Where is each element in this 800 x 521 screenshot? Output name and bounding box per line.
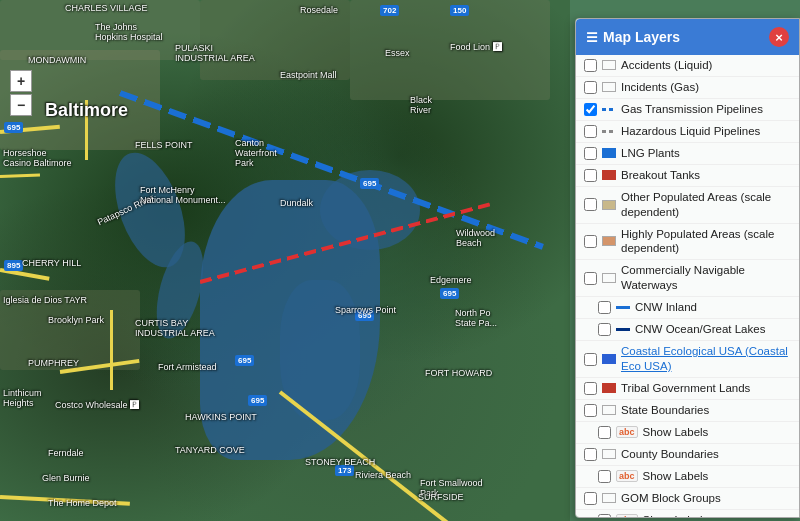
layer-item-accidents[interactable]: Accidents (Liquid) xyxy=(576,55,799,77)
state-labels-abc-icon: abc xyxy=(616,426,638,438)
highly-pop-label: Highly Populated Areas (scale dependent) xyxy=(621,227,791,257)
coastal-link[interactable]: Coastal Ecological USA (Coastal Eco USA) xyxy=(621,345,788,372)
layer-panel: ☰ Map Layers × Accidents (Liquid) Incide… xyxy=(575,18,800,518)
urban-central xyxy=(200,0,350,80)
highly-pop-swatch xyxy=(602,236,616,246)
gas-swatch xyxy=(602,108,616,111)
highway-badge-702: 702 xyxy=(380,5,399,16)
hazardous-swatch xyxy=(602,130,616,133)
layer-item-coastal[interactable]: Coastal Ecological USA (Coastal Eco USA) xyxy=(576,341,799,378)
coastal-label: Coastal Ecological USA (Coastal Eco USA) xyxy=(621,344,791,374)
gom-block-groups-labels-checkbox[interactable] xyxy=(598,514,611,518)
close-panel-button[interactable]: × xyxy=(769,27,789,47)
county-bounds-checkbox[interactable] xyxy=(584,448,597,461)
state-labels-checkbox[interactable] xyxy=(598,426,611,439)
state-bounds-swatch xyxy=(602,405,616,415)
layer-item-cnw-ocean[interactable]: CNW Ocean/Great Lakes xyxy=(576,319,799,341)
zoom-controls: + − xyxy=(10,70,32,116)
layer-item-state-bounds[interactable]: State Boundaries xyxy=(576,400,799,422)
highway-badge-173: 173 xyxy=(335,465,354,476)
road-seg3 xyxy=(110,310,113,390)
gom-block-groups-labels-abc-icon: abc xyxy=(616,514,638,518)
tribal-swatch xyxy=(602,383,616,393)
lng-checkbox[interactable] xyxy=(584,147,597,160)
gom-block-groups-label: GOM Block Groups xyxy=(621,491,791,506)
county-labels-checkbox[interactable] xyxy=(598,470,611,483)
county-bounds-swatch xyxy=(602,449,616,459)
highway-badge-695-3: 695 xyxy=(235,355,254,366)
nav-waterways-checkbox[interactable] xyxy=(584,272,597,285)
highway-badge-695-6: 695 xyxy=(440,288,459,299)
highway-badge-695-2: 695 xyxy=(355,310,374,321)
layer-item-gom-block-groups-labels[interactable]: abc Show Labels xyxy=(576,510,799,518)
coastal-swatch xyxy=(602,354,616,364)
layer-item-county-labels[interactable]: abc Show Labels xyxy=(576,466,799,488)
layer-item-highly-pop[interactable]: Highly Populated Areas (scale dependent) xyxy=(576,224,799,261)
layer-item-cnw-inland[interactable]: CNW Inland xyxy=(576,297,799,319)
gom-block-groups-swatch xyxy=(602,493,616,503)
other-pop-checkbox[interactable] xyxy=(584,198,597,211)
zoom-in-button[interactable]: + xyxy=(10,70,32,92)
cnw-ocean-swatch xyxy=(616,328,630,331)
tribal-label: Tribal Government Lands xyxy=(621,381,791,396)
urban-south xyxy=(0,290,140,370)
layers-icon: ☰ xyxy=(586,30,598,45)
county-bounds-label: County Boundaries xyxy=(621,447,791,462)
layer-item-hazardous[interactable]: Hazardous Liquid Pipelines xyxy=(576,121,799,143)
gas-checkbox[interactable] xyxy=(584,103,597,116)
accidents-checkbox[interactable] xyxy=(584,59,597,72)
other-pop-label: Other Populated Areas (scale dependent) xyxy=(621,190,791,220)
layer-item-state-labels[interactable]: abc Show Labels xyxy=(576,422,799,444)
breakout-swatch xyxy=(602,170,616,180)
layer-panel-header: ☰ Map Layers × xyxy=(576,19,799,55)
zoom-out-button[interactable]: − xyxy=(10,94,32,116)
other-pop-swatch xyxy=(602,200,616,210)
cnw-ocean-label: CNW Ocean/Great Lakes xyxy=(635,322,791,337)
layer-item-lng[interactable]: LNG Plants xyxy=(576,143,799,165)
incidents-swatch xyxy=(602,82,616,92)
layer-item-breakout[interactable]: Breakout Tanks xyxy=(576,165,799,187)
coastal-checkbox[interactable] xyxy=(584,353,597,366)
layer-item-other-pop[interactable]: Other Populated Areas (scale dependent) xyxy=(576,187,799,224)
road-seg2 xyxy=(85,100,88,160)
gom-block-groups-labels-label: Show Labels xyxy=(643,513,791,518)
state-labels-label: Show Labels xyxy=(643,425,791,440)
incidents-checkbox[interactable] xyxy=(584,81,597,94)
cnw-ocean-checkbox[interactable] xyxy=(598,323,611,336)
hazardous-label: Hazardous Liquid Pipelines xyxy=(621,124,791,139)
highway-badge-895: 895 xyxy=(4,260,23,271)
highway-badge-695-1: 695 xyxy=(4,122,23,133)
county-labels-abc-icon: abc xyxy=(616,470,638,482)
cnw-inland-label: CNW Inland xyxy=(635,300,791,315)
highway-badge-695-5: 695 xyxy=(360,178,379,189)
gas-label: Gas Transmission Pipelines xyxy=(621,102,791,117)
nav-waterways-swatch xyxy=(602,273,616,283)
state-bounds-checkbox[interactable] xyxy=(584,404,597,417)
cnw-inland-checkbox[interactable] xyxy=(598,301,611,314)
incidents-label: Incidents (Gas) xyxy=(621,80,791,95)
layer-item-nav-waterways[interactable]: Commercially Navigable Waterways xyxy=(576,260,799,297)
highway-badge-150: 150 xyxy=(450,5,469,16)
highly-pop-checkbox[interactable] xyxy=(584,235,597,248)
accidents-swatch xyxy=(602,60,616,70)
lng-swatch xyxy=(602,148,616,158)
lng-label: LNG Plants xyxy=(621,146,791,161)
map-container: 695 895 695 695 695 695 695 702 150 173 … xyxy=(0,0,800,521)
layer-item-gas[interactable]: Gas Transmission Pipelines xyxy=(576,99,799,121)
nav-waterways-label: Commercially Navigable Waterways xyxy=(621,263,791,293)
state-bounds-label: State Boundaries xyxy=(621,403,791,418)
tribal-checkbox[interactable] xyxy=(584,382,597,395)
hazardous-checkbox[interactable] xyxy=(584,125,597,138)
layer-item-incidents[interactable]: Incidents (Gas) xyxy=(576,77,799,99)
highway-badge-695-4: 695 xyxy=(248,395,267,406)
layer-item-gom-block-groups[interactable]: GOM Block Groups xyxy=(576,488,799,510)
accidents-label: Accidents (Liquid) xyxy=(621,58,791,73)
cnw-inland-swatch xyxy=(616,306,630,309)
panel-title: Map Layers xyxy=(603,29,680,45)
layer-item-tribal[interactable]: Tribal Government Lands xyxy=(576,378,799,400)
gom-block-groups-checkbox[interactable] xyxy=(584,492,597,505)
breakout-label: Breakout Tanks xyxy=(621,168,791,183)
county-labels-label: Show Labels xyxy=(643,469,791,484)
breakout-checkbox[interactable] xyxy=(584,169,597,182)
layer-item-county-bounds[interactable]: County Boundaries xyxy=(576,444,799,466)
